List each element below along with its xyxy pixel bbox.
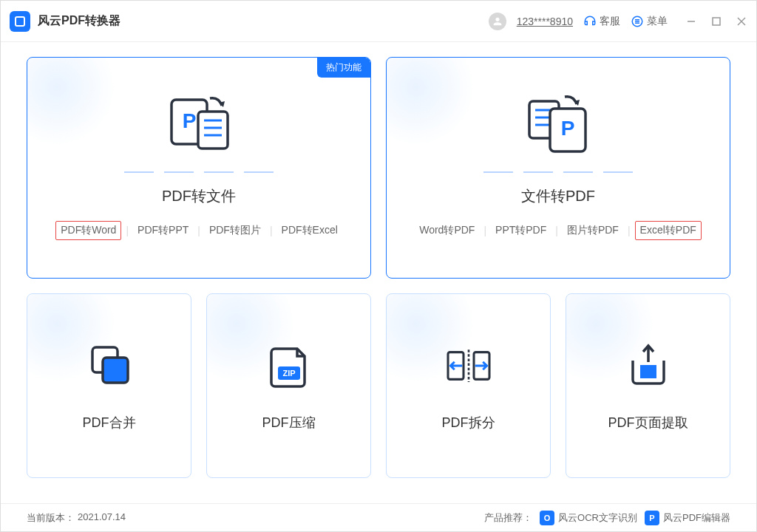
- editor-icon: P: [645, 511, 659, 525]
- product-ocr[interactable]: O 风云OCR文字识别: [540, 511, 637, 525]
- divider-dashes: [124, 171, 274, 173]
- footer: 当前版本： 2021.07.14 产品推荐： O 风云OCR文字识别 P 风云P…: [1, 503, 756, 531]
- card-split[interactable]: PDF拆分: [386, 293, 551, 478]
- svg-rect-5: [713, 18, 720, 25]
- card-extract[interactable]: PDF页面提取: [566, 293, 730, 478]
- svg-rect-10: [198, 112, 228, 149]
- sub-item-excel-to-pdf[interactable]: Excel转PDF: [635, 221, 702, 240]
- close-button[interactable]: [736, 16, 747, 27]
- sub-item-ppt-to-pdf[interactable]: PPT转PDF: [491, 222, 551, 239]
- support-button[interactable]: 客服: [583, 15, 620, 28]
- content-area: 热门功能 P PDF转文件 PDF转Wor: [1, 42, 756, 503]
- product-label: 风云PDF编辑器: [663, 511, 730, 525]
- menu-button[interactable]: 菜单: [631, 15, 668, 28]
- product-label: 风云OCR文字识别: [558, 511, 637, 525]
- avatar-icon[interactable]: [489, 13, 506, 30]
- extract-icon: [622, 340, 674, 392]
- version-info: 当前版本： 2021.07.14: [27, 511, 484, 525]
- divider-dashes: [483, 171, 633, 173]
- ocr-icon: O: [540, 511, 554, 525]
- card-title: PDF拆分: [442, 414, 495, 432]
- svg-rect-27: [640, 365, 656, 378]
- maximize-button[interactable]: [710, 16, 722, 27]
- menu-icon: [631, 15, 644, 28]
- footer-right: 产品推荐： O 风云OCR文字识别 P 风云PDF编辑器: [484, 511, 730, 525]
- svg-text:P: P: [561, 117, 575, 140]
- window-controls: [685, 16, 747, 27]
- sub-item-pdf-to-image[interactable]: PDF转图片: [205, 222, 265, 239]
- card-title: PDF转文件: [162, 186, 236, 206]
- sub-item-pdf-to-excel[interactable]: PDF转Excel: [277, 222, 342, 239]
- svg-rect-21: [103, 358, 128, 383]
- pdf-to-file-icon: P: [158, 87, 240, 161]
- sub-options: PDF转Word | PDF转PPT | PDF转图片 | PDF转Excel: [55, 221, 342, 240]
- sub-item-pdf-to-word[interactable]: PDF转Word: [55, 221, 121, 240]
- sub-options: Word转PDF | PPT转PDF | 图片转PDF | Excel转PDF: [415, 221, 702, 240]
- top-row: 热门功能 P PDF转文件 PDF转Wor: [27, 57, 730, 279]
- sub-item-pdf-to-ppt[interactable]: PDF转PPT: [133, 222, 193, 239]
- split-icon: [443, 340, 495, 392]
- card-pdf-to-file[interactable]: 热门功能 P PDF转文件 PDF转Wor: [27, 57, 371, 279]
- product-editor[interactable]: P 风云PDF编辑器: [645, 511, 730, 525]
- card-title: PDF页面提取: [608, 414, 688, 432]
- card-title: PDF合并: [83, 414, 136, 432]
- app-title: 风云PDF转换器: [38, 13, 489, 29]
- card-file-to-pdf[interactable]: P 文件转PDF Word转PDF | PPT转PDF | 图片转PDF | E…: [386, 57, 730, 279]
- compress-icon: ZIP: [263, 340, 315, 392]
- card-title: PDF压缩: [262, 414, 316, 432]
- header-right: 123****8910 客服 菜单: [489, 13, 747, 30]
- titlebar: 风云PDF转换器 123****8910 客服 菜单: [1, 1, 756, 42]
- version-value: 2021.07.14: [78, 511, 126, 525]
- username-link[interactable]: 123****8910: [517, 16, 573, 27]
- merge-icon: [84, 340, 135, 392]
- recommend-label: 产品推荐：: [484, 511, 532, 525]
- bottom-row: PDF合并 ZIP PDF压缩 PDF拆分 PDF页面提取: [27, 293, 730, 478]
- app-window: 风云PDF转换器 123****8910 客服 菜单: [0, 0, 757, 532]
- card-merge[interactable]: PDF合并: [27, 293, 191, 478]
- minimize-button[interactable]: [685, 16, 697, 27]
- card-compress[interactable]: ZIP PDF压缩: [206, 293, 371, 478]
- support-label: 客服: [600, 15, 620, 28]
- svg-text:P: P: [183, 109, 197, 132]
- file-to-pdf-icon: P: [517, 87, 599, 161]
- version-label: 当前版本：: [27, 511, 75, 525]
- menu-label: 菜单: [647, 15, 668, 28]
- app-logo-icon: [10, 11, 30, 32]
- sub-item-image-to-pdf[interactable]: 图片转PDF: [563, 222, 623, 239]
- svg-text:ZIP: ZIP: [282, 369, 295, 378]
- card-title: 文件转PDF: [521, 186, 595, 206]
- sub-item-word-to-pdf[interactable]: Word转PDF: [415, 222, 479, 239]
- hot-badge: 热门功能: [317, 58, 370, 78]
- headset-icon: [583, 15, 597, 28]
